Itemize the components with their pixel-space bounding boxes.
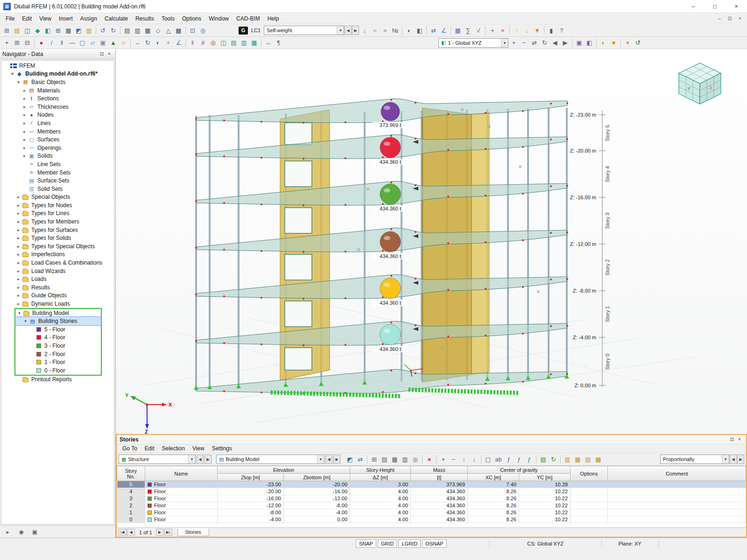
story-row-3[interactable]: 3Floor-16.00-12.004.00434.3608.2610.22 bbox=[117, 495, 746, 502]
story-row-0[interactable]: 0Floor-4.000.004.00434.3608.2610.22 bbox=[117, 516, 746, 523]
tree-item-sections[interactable]: ▸ISections bbox=[1, 94, 114, 103]
view-yz-icon[interactable]: ▦ bbox=[143, 26, 153, 35]
header-options[interactable]: Options bbox=[571, 466, 608, 481]
previous-load-case-button[interactable]: ◀ bbox=[345, 26, 352, 35]
sort-descending-icon[interactable]: ↓ bbox=[522, 26, 532, 35]
header-elevation[interactable]: Elevation bbox=[218, 466, 350, 474]
panel-toggle-icon[interactable]: ▮ bbox=[546, 26, 556, 35]
header-mass[interactable]: Mass bbox=[411, 466, 468, 474]
tree-item-solids[interactable]: ▸▣Solids bbox=[1, 152, 114, 161]
header-zbottom[interactable]: Zbottom [m] bbox=[284, 474, 350, 481]
menu-calculate[interactable]: Calculate bbox=[101, 14, 132, 23]
header-xc[interactable]: XC [m] bbox=[468, 474, 519, 481]
tree-item-printout-reports[interactable]: Printout Reports bbox=[1, 376, 114, 384]
expand-arrow-icon[interactable]: ▸ bbox=[21, 154, 28, 158]
stories-close-button[interactable]: × bbox=[736, 436, 743, 443]
views-navigator-camera-icon[interactable]: ▣ bbox=[30, 527, 40, 537]
select-window-icon[interactable]: ⊞ bbox=[12, 38, 22, 48]
statusbar-toggle-osnap[interactable]: OSNAP bbox=[422, 539, 447, 548]
view-xz-icon[interactable]: ▥ bbox=[133, 26, 142, 35]
annotations-icon[interactable]: ¶ bbox=[274, 38, 283, 48]
new-node-icon[interactable]: ● bbox=[36, 38, 46, 48]
print-table-icon[interactable]: ▦ bbox=[390, 455, 400, 464]
header-dz[interactable]: ΔZ [m] bbox=[350, 474, 411, 481]
expand-arrow-icon[interactable]: ▸ bbox=[21, 112, 28, 117]
story-comment-cell[interactable] bbox=[608, 481, 746, 488]
story-comment-cell[interactable] bbox=[608, 495, 746, 502]
connect-members-icon[interactable]: ∠ bbox=[174, 38, 183, 48]
expand-arrow-icon[interactable]: ▸ bbox=[21, 88, 28, 93]
tree-item-2-floor[interactable]: 2 - Floor bbox=[15, 350, 101, 358]
tree-item-load-wizards[interactable]: ▸Load Wizards bbox=[1, 267, 114, 275]
expand-arrow-icon[interactable]: ▸ bbox=[15, 236, 21, 240]
mdi-close-button[interactable]: × bbox=[735, 14, 745, 23]
proportional-prev-button[interactable]: ◀ bbox=[730, 455, 737, 464]
expand-arrow-icon[interactable]: ▸ bbox=[21, 105, 28, 109]
expand-arrow-icon[interactable]: ▸ bbox=[21, 129, 28, 134]
tree-item-solid-sets[interactable]: ▥Solid Sets bbox=[1, 185, 114, 193]
close-button[interactable]: × bbox=[726, 0, 747, 13]
stories-menu-go-to[interactable]: Go To bbox=[119, 444, 141, 453]
save-as-icon[interactable]: ◩ bbox=[74, 26, 84, 35]
tree-item-types-for-solids[interactable]: ▸Types for Solids bbox=[1, 234, 114, 242]
expand-arrow-icon[interactable]: ▸ bbox=[15, 219, 21, 224]
stories-menu-view[interactable]: View bbox=[189, 444, 208, 453]
menu-file[interactable]: File bbox=[2, 14, 18, 23]
move-row-down-icon[interactable]: ↓ bbox=[469, 455, 479, 464]
story-options-cell[interactable] bbox=[571, 509, 608, 516]
menu-assign[interactable]: Assign bbox=[77, 14, 101, 23]
expand-arrow-icon[interactable]: ▸ bbox=[15, 301, 21, 306]
tree-item-surfaces[interactable]: ▸▢Surfaces bbox=[1, 135, 114, 144]
previous-page-button[interactable]: ◀ bbox=[127, 529, 135, 536]
maximize-button[interactable]: □ bbox=[704, 0, 726, 13]
story-row-2[interactable]: 2Floor-12.00-8.004.00434.3608.2610.22 bbox=[117, 502, 746, 509]
tree-item-types-for-nodes[interactable]: ▸Types for Nodes bbox=[1, 201, 114, 210]
menu-edit[interactable]: Edit bbox=[18, 14, 35, 23]
header-story-no[interactable]: Story No. bbox=[117, 466, 145, 481]
expand-arrow-icon[interactable]: ▸ bbox=[15, 211, 21, 216]
work-plane-status[interactable]: Plane: XY bbox=[601, 539, 658, 548]
building-model-combo[interactable]: ▤ Building Model ▾ bbox=[216, 455, 324, 464]
tree-item-nodes[interactable]: ▸●Nodes bbox=[1, 111, 114, 119]
next-load-case-button[interactable]: ▶ bbox=[352, 26, 359, 35]
filter-icon[interactable]: ▼ bbox=[532, 26, 542, 35]
copy-icon[interactable]: ▥ bbox=[84, 26, 94, 35]
new-model-icon[interactable]: ⊞ bbox=[2, 26, 12, 35]
menu-window[interactable]: Window bbox=[205, 14, 233, 23]
tree-item-3-floor[interactable]: 3 - Floor bbox=[15, 342, 101, 350]
add-load-case-icon[interactable]: + bbox=[487, 26, 497, 35]
tree-item-building-model-add-on-rf6[interactable]: ▾◆Building model Add-on.rf6* bbox=[1, 70, 114, 78]
grid-settings-icon[interactable]: # bbox=[198, 38, 208, 48]
table-view-icon[interactable]: ⊞ bbox=[369, 455, 379, 464]
tree-item-lines[interactable]: ▸/Lines bbox=[1, 119, 114, 127]
coordinate-system-status[interactable]: CS: Global XYZ bbox=[489, 539, 601, 548]
formula-2-icon[interactable]: ƒ bbox=[514, 455, 524, 464]
story-comment-cell[interactable] bbox=[608, 488, 746, 495]
new-hinge-icon[interactable]: ○ bbox=[119, 38, 128, 48]
model-prev-button[interactable]: ◀ bbox=[325, 455, 332, 464]
next-page-button[interactable]: ▶ bbox=[156, 529, 164, 536]
work-plane-icon[interactable]: ◫ bbox=[218, 38, 228, 48]
story-options-cell[interactable] bbox=[571, 481, 608, 488]
plane-xy-icon[interactable]: ▤ bbox=[229, 38, 239, 48]
tree-item-guide-objects[interactable]: ▸Guide Objects bbox=[1, 292, 114, 300]
plane-yz-icon[interactable]: ▦ bbox=[249, 38, 259, 48]
first-page-button[interactable]: |◀ bbox=[119, 529, 127, 536]
tree-item-basic-objects[interactable]: ▾▦Basic Objects bbox=[1, 78, 114, 86]
story-comment-cell[interactable] bbox=[608, 502, 746, 509]
proportional-next-button[interactable]: ▶ bbox=[737, 455, 744, 464]
open-model-icon[interactable]: ▤ bbox=[12, 26, 22, 35]
expand-arrow-icon[interactable]: ▾ bbox=[16, 311, 22, 315]
move-copy-icon[interactable]: ↔ bbox=[133, 38, 142, 48]
new-member-icon[interactable]: — bbox=[67, 38, 77, 48]
data-navigator-tab-icon[interactable]: ▸ bbox=[3, 527, 13, 537]
tree-item-openings[interactable]: ▸▱Openings bbox=[1, 144, 114, 152]
expand-arrow-icon[interactable]: ▸ bbox=[15, 269, 21, 273]
tree-item-5-floor[interactable]: 5 - Floor bbox=[15, 325, 101, 334]
regenerate-model-icon[interactable]: ↺ bbox=[633, 38, 643, 48]
delete-results-icon[interactable]: × bbox=[498, 26, 507, 35]
tree-item-building-stories[interactable]: ▾▤Building Stories bbox=[15, 317, 101, 325]
previous-view-icon[interactable]: ◀ bbox=[550, 38, 560, 48]
chevron-down-icon[interactable]: ▾ bbox=[188, 455, 195, 463]
pan-view-icon[interactable]: ⇄ bbox=[529, 38, 539, 48]
